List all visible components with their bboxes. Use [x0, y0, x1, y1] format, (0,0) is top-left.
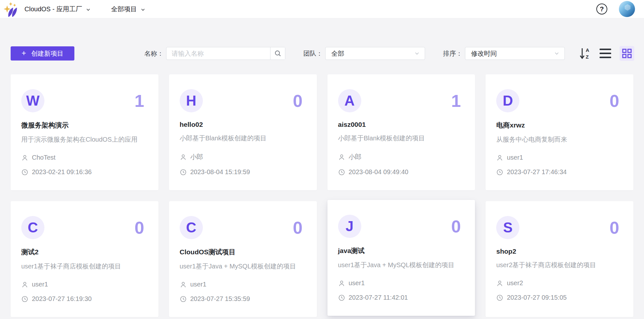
- list-view-button[interactable]: [599, 48, 612, 59]
- project-title: 测试2: [21, 248, 144, 257]
- project-avatar-letter: J: [346, 219, 353, 233]
- clock-icon: [496, 294, 503, 301]
- team-select[interactable]: 全部: [325, 47, 425, 60]
- clock-icon: [496, 169, 503, 176]
- project-card[interactable]: C 0 测试2 user1基于袜子商店模板创建的项目 user1 2023-07…: [11, 201, 158, 317]
- search-icon: [274, 50, 282, 57]
- top-header: CloudOS - 应用工厂 全部项目 ?: [0, 0, 644, 18]
- project-updated-time: 2023-07-27 15:35:59: [190, 295, 250, 303]
- project-owner: 小郎: [190, 153, 203, 161]
- project-card[interactable]: S 0 shop2 user2基于袜子商店模板创建的项目 user2 2023-…: [486, 201, 633, 317]
- project-owner: user2: [507, 279, 523, 287]
- project-avatar-letter: H: [186, 94, 196, 108]
- sort-filter-label: 排序：: [443, 49, 462, 58]
- user-icon: [21, 154, 28, 161]
- grid-view-button[interactable]: [620, 46, 634, 61]
- project-avatar: C: [21, 216, 44, 239]
- project-updated-time: 2023-02-21 09:16:36: [32, 168, 92, 176]
- name-search-input[interactable]: [166, 47, 270, 60]
- svg-text:Z: Z: [586, 54, 589, 60]
- project-card[interactable]: D 0 电商xrwz 从服务中心电商复制而来 user1 2023-07-27 …: [486, 74, 633, 190]
- project-card[interactable]: H 0 hello02 小郎基于Blank模板创建的项目 小郎 2023-08-…: [169, 74, 317, 190]
- project-avatar-letter: A: [345, 94, 355, 108]
- project-avatar: H: [180, 89, 203, 112]
- chevron-down-icon: [140, 7, 146, 13]
- project-filter-dropdown[interactable]: 全部项目: [111, 5, 146, 14]
- sort-alphabetical-button[interactable]: A Z: [580, 47, 591, 60]
- project-description: user1基于Java + MySQL模板创建的项目: [180, 262, 303, 271]
- project-updated-time: 2023-07-27 11:42:01: [349, 294, 408, 301]
- user-icon: [180, 154, 187, 161]
- project-avatar-letter: C: [186, 220, 196, 235]
- project-owner: 小郎: [349, 153, 362, 161]
- project-updated-time: 2023-07-27 17:46:34: [507, 168, 567, 176]
- sort-select[interactable]: 修改时间: [465, 47, 565, 60]
- project-avatar-letter: S: [503, 220, 513, 235]
- create-project-button[interactable]: + 创建新项目: [11, 46, 74, 61]
- clock-icon: [180, 169, 187, 176]
- project-description: 用于演示微服务架构在CloudOS上的应用: [21, 135, 144, 144]
- project-title: 电商xrwz: [496, 121, 619, 130]
- project-owner: user1: [507, 154, 523, 161]
- user-icon: [496, 154, 503, 161]
- project-app-count: 0: [610, 92, 619, 109]
- project-avatar-letter: W: [26, 94, 40, 108]
- project-card[interactable]: C 0 CloudOS测试项目 user1基于Java + MySQL模板创建的…: [169, 201, 317, 317]
- user-icon: [21, 281, 28, 288]
- project-avatar: C: [180, 216, 203, 239]
- name-search-box: [166, 47, 285, 60]
- clock-icon: [180, 296, 187, 303]
- user-icon: [180, 281, 187, 288]
- clock-icon: [338, 169, 345, 176]
- clock-icon: [338, 294, 345, 301]
- project-avatar: J: [338, 215, 361, 238]
- project-description: user1基于袜子商店模板创建的项目: [21, 262, 144, 271]
- project-owner: user1: [190, 281, 206, 288]
- create-project-label: 创建新项目: [31, 49, 63, 58]
- project-description: user2基于袜子商店模板创建的项目: [496, 261, 619, 269]
- project-description: 从服务中心电商复制而来: [496, 135, 619, 144]
- project-updated-time: 2023-07-27 09:15:05: [507, 294, 567, 301]
- chevron-down-icon: [414, 50, 420, 57]
- list-view-icon: [599, 48, 612, 59]
- user-icon: [338, 154, 345, 161]
- project-avatar: D: [496, 89, 519, 112]
- project-title: shop2: [496, 248, 619, 255]
- clock-icon: [21, 169, 28, 176]
- project-app-count: 1: [451, 92, 461, 109]
- project-title: CloudOS测试项目: [180, 248, 303, 257]
- project-avatar-letter: C: [28, 220, 38, 235]
- toolbar: + 创建新项目 名称： 团队： 全部 排序： 修改时间: [11, 46, 634, 61]
- project-avatar: W: [21, 89, 44, 112]
- project-description: 小郎基于Blank模板创建的项目: [338, 134, 461, 143]
- project-card[interactable]: J 0 java测试 user1基于Java + MySQL模板创建的项目 us…: [327, 200, 475, 316]
- project-avatar-letter: D: [503, 94, 513, 108]
- project-title: java测试: [338, 246, 461, 255]
- project-title: 微服务架构演示: [21, 121, 144, 130]
- project-app-count: 1: [135, 92, 144, 109]
- sort-az-icon: A Z: [580, 47, 591, 60]
- project-card[interactable]: W 1 微服务架构演示 用于演示微服务架构在CloudOS上的应用 ChoTes…: [11, 74, 158, 190]
- grid-view-icon: [622, 48, 632, 59]
- team-filter-label: 团队：: [303, 49, 323, 58]
- user-icon: [338, 280, 345, 287]
- clock-icon: [21, 296, 28, 303]
- project-owner: user1: [349, 279, 365, 287]
- chevron-down-icon: [554, 50, 560, 57]
- project-updated-time: 2023-08-04 09:49:40: [349, 168, 409, 176]
- search-button[interactable]: [270, 47, 285, 60]
- help-icon[interactable]: ?: [596, 4, 607, 14]
- project-card[interactable]: A 1 aisz0001 小郎基于Blank模板创建的项目 小郎 2023-08…: [327, 74, 475, 190]
- app-switcher[interactable]: CloudOS - 应用工厂: [24, 5, 91, 14]
- project-grid: W 1 微服务架构演示 用于演示微服务架构在CloudOS上的应用 ChoTes…: [11, 74, 633, 317]
- cloudos-logo-icon: [3, 2, 20, 17]
- project-owner: ChoTest: [32, 154, 55, 161]
- project-avatar: A: [338, 89, 361, 112]
- svg-text:A: A: [586, 47, 589, 53]
- project-app-count: 0: [293, 219, 302, 236]
- chevron-down-icon: [85, 7, 91, 13]
- user-avatar[interactable]: [619, 1, 635, 17]
- project-avatar: S: [496, 216, 519, 239]
- project-description: user1基于Java + MySQL模板创建的项目: [338, 261, 461, 269]
- project-app-count: 0: [135, 219, 144, 236]
